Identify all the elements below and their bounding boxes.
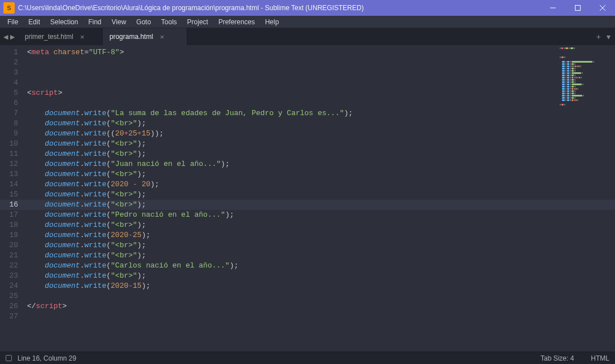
code-content[interactable]: <meta charset="UTF-8"><script> document.… [27,45,615,352]
code-line[interactable]: document.write("<br>"); [27,190,615,200]
code-line[interactable]: document.write("<br>"); [27,149,615,159]
tab-bar: ◀ ▶ primer_test.html×programa.html× + ▾ [0,28,615,45]
new-tab-icon[interactable]: + [596,32,601,41]
menu-item-preferences[interactable]: Preferences [213,17,260,27]
tab-history-nav: ◀ ▶ [0,28,18,45]
code-line[interactable]: document.write(2020 - 20); [27,179,615,190]
code-line[interactable]: <meta charset="UTF-8"> [27,47,615,58]
code-line[interactable]: document.write("<br>"); [27,169,615,179]
window-title: C:\Users\linda\OneDrive\Escritorio\Alura… [18,4,541,12]
code-line[interactable]: document.write("Juan nació en el año..."… [27,159,615,169]
code-line[interactable] [27,291,615,301]
menu-item-project[interactable]: Project [182,17,213,27]
code-line[interactable]: <script> [27,88,615,98]
tab-list-icon[interactable]: ▾ [607,32,610,41]
code-line[interactable]: document.write("<br>"); [27,251,615,261]
menu-item-tools[interactable]: Tools [156,17,182,27]
window-titlebar: S C:\Users\linda\OneDrive\Escritorio\Alu… [0,0,615,16]
code-line[interactable]: document.write(2020-15); [27,281,615,291]
code-line[interactable] [27,98,615,108]
code-line[interactable] [27,312,615,322]
code-line[interactable]: document.write("Pedro nació en el año...… [27,210,615,220]
maximize-button[interactable] [565,0,590,16]
code-line[interactable]: document.write(2020-25); [27,230,615,240]
tab-programa-html[interactable]: programa.html× [103,28,187,45]
code-line[interactable]: document.write("Carlos nació en el año..… [27,261,615,271]
line-number-gutter: 1234567891011121314151617181920212223242… [0,45,27,352]
nav-forward-icon[interactable]: ▶ [10,33,15,41]
tab-primer_test-html[interactable]: primer_test.html× [18,28,103,45]
menu-item-help[interactable]: Help [260,17,284,27]
menu-item-selection[interactable]: Selection [45,17,83,27]
window-controls [541,0,615,16]
statusbar-panel-icon[interactable] [6,355,12,361]
code-line[interactable]: document.write("La suma de las edades de… [27,108,615,119]
minimize-button[interactable] [541,0,565,16]
code-line[interactable]: document.write("<br>"); [27,119,615,129]
status-syntax[interactable]: HTML [591,354,609,362]
menu-item-edit[interactable]: Edit [23,17,45,27]
tab-label: primer_test.html [25,33,73,41]
svg-rect-0 [576,6,581,11]
tab-close-icon[interactable]: × [160,33,164,41]
code-line[interactable]: document.write("<br>"); [27,200,615,210]
status-tab-size[interactable]: Tab Size: 4 [541,354,574,362]
code-line[interactable]: document.write("<br>"); [27,139,615,149]
menu-bar: FileEditSelectionFindViewGotoToolsProjec… [0,16,615,28]
code-line[interactable] [27,68,615,78]
status-cursor-position: Line 16, Column 29 [17,354,76,362]
tab-close-icon[interactable]: × [80,33,85,41]
code-line[interactable]: document.write("<br>"); [27,271,615,281]
app-icon: S [3,2,15,14]
code-line[interactable]: document.write((20+25+15)); [27,129,615,139]
editor-area[interactable]: 1234567891011121314151617181920212223242… [0,45,615,352]
tab-label: programa.html [109,33,153,41]
close-button[interactable] [590,0,615,16]
menu-item-goto[interactable]: Goto [131,17,156,27]
menu-item-find[interactable]: Find [83,17,106,27]
nav-back-icon[interactable]: ◀ [3,33,8,41]
code-line[interactable] [27,78,615,88]
code-line[interactable]: document.write("<br>"); [27,220,615,230]
code-line[interactable] [27,58,615,68]
menu-item-view[interactable]: View [107,17,131,27]
code-line[interactable]: document.write("<br>"); [27,240,615,251]
menu-item-file[interactable]: File [2,17,23,27]
code-line[interactable]: </script> [27,301,615,312]
status-bar: Line 16, Column 29 Tab Size: 4 HTML [0,352,615,364]
